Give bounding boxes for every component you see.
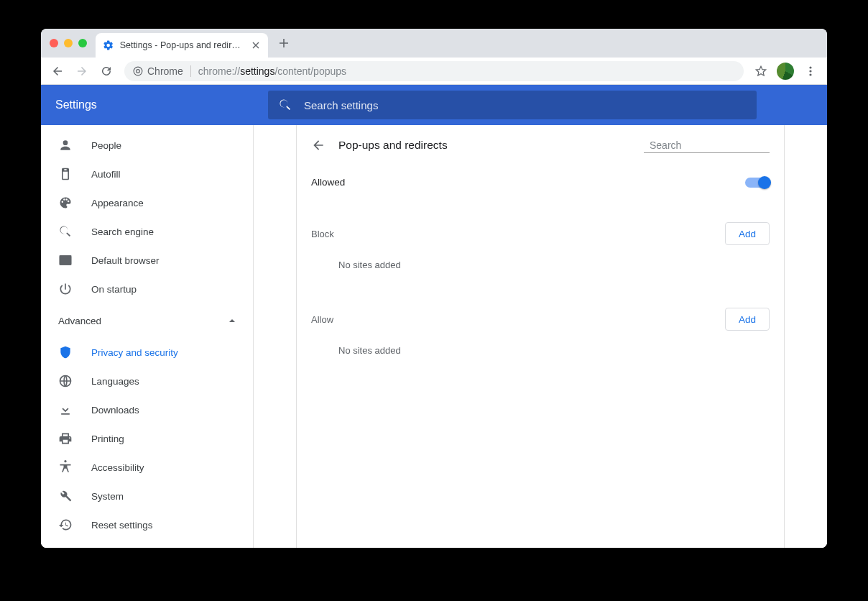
sidebar-section-label: Advanced [58,316,101,326]
content-search[interactable] [644,138,770,153]
print-icon [58,431,73,446]
sidebar-item-label: People [91,140,121,151]
sidebar-item-label: Reset settings [91,520,153,531]
svg-rect-6 [60,256,71,258]
chrome-icon [133,66,143,76]
shield-icon [58,345,73,359]
site-chip-label: Chrome [147,65,183,77]
content-title: Pop-ups and redirects [338,139,631,152]
wrench-icon [58,489,73,503]
allowed-toggle-row: Allowed [297,165,784,199]
site-chip: Chrome [133,65,191,77]
sidebar-item-label: Languages [91,376,139,387]
toggle-knob [758,176,771,189]
block-section-title: Block [311,229,334,239]
bookmark-button[interactable] [751,60,771,82]
sidebar-item-label: On startup [91,284,137,295]
nav-reload-button[interactable] [96,60,117,82]
svg-point-0 [134,67,142,75]
autofill-icon [58,167,73,181]
search-icon [58,224,73,239]
allowed-toggle[interactable] [745,178,770,188]
tab-strip: Settings - Pop-ups and redirects [41,29,827,58]
arrow-left-icon [311,138,326,152]
sidebar-item-label: Downloads [91,405,139,416]
content-header: Pop-ups and redirects [297,125,784,165]
plus-icon [279,38,289,48]
browser-icon [58,253,73,267]
close-icon [252,42,259,49]
sidebar-item-on-startup[interactable]: On startup [41,275,253,303]
sidebar-item-label: Search engine [91,226,154,237]
browser-tab[interactable]: Settings - Pop-ups and redirects [96,33,268,58]
sidebar-item-label: System [91,491,124,502]
settings-search-input[interactable] [304,99,747,111]
accessibility-icon [58,460,73,474]
svg-point-4 [809,73,811,75]
sidebar-item-search-engine[interactable]: Search engine [41,217,253,246]
reload-icon [100,65,113,78]
window-minimize-button[interactable] [64,39,73,47]
settings-header: Settings [41,85,827,125]
restore-icon [58,518,73,532]
block-section-header: Block Add [297,211,784,257]
browser-window: Settings - Pop-ups and redirects Chrome … [41,29,827,548]
allow-empty-message: No sites added [297,342,784,376]
sidebar-item-system[interactable]: System [41,482,253,510]
sidebar-item-label: Appearance [91,198,144,208]
sidebar-section-advanced[interactable]: Advanced [41,303,253,338]
star-icon [754,65,767,78]
window-controls [47,29,90,58]
sidebar-item-label: Autofill [91,169,121,180]
globe-icon [58,374,73,388]
window-close-button[interactable] [50,39,58,47]
sidebar-item-privacy-and-security[interactable]: Privacy and security [41,338,253,367]
nav-back-button[interactable] [47,60,68,82]
download-icon [58,403,73,417]
app-title: Settings [55,98,254,111]
power-icon [58,282,73,296]
sidebar-item-label: Printing [91,433,124,444]
omnibox-url: chrome://settings/content/popups [198,65,346,77]
allow-section-title: Allow [311,314,333,325]
omnibox[interactable]: Chrome chrome://settings/content/popups [124,61,744,81]
arrow-left-icon [51,65,64,78]
tab-title: Settings - Pop-ups and redirects [120,40,246,50]
sidebar-item-printing[interactable]: Printing [41,424,253,453]
sidebar-item-default-browser[interactable]: Default browser [41,246,253,275]
settings-sidebar: PeopleAutofillAppearanceSearch engineDef… [41,125,254,548]
tab-close-button[interactable] [251,40,261,50]
profile-avatar[interactable] [777,63,794,80]
sidebar-item-label: Accessibility [91,462,144,473]
kebab-icon [805,65,816,77]
block-add-button[interactable]: Add [725,222,770,245]
new-tab-button[interactable] [274,33,294,53]
svg-point-3 [809,70,811,72]
arrow-right-icon [75,65,88,78]
window-zoom-button[interactable] [78,39,87,47]
sidebar-item-autofill[interactable]: Autofill [41,160,253,188]
sidebar-item-appearance[interactable]: Appearance [41,188,253,217]
content-column: Pop-ups and redirects Allowed Block Add [254,125,827,548]
content-back-button[interactable] [311,138,326,152]
settings-search[interactable] [268,91,757,119]
block-empty-message: No sites added [297,257,784,290]
sidebar-item-languages[interactable]: Languages [41,367,253,395]
sidebar-item-accessibility[interactable]: Accessibility [41,453,253,482]
chevron-up-icon [228,317,236,324]
content-search-input[interactable] [650,139,775,151]
sidebar-item-downloads[interactable]: Downloads [41,395,253,424]
palette-icon [58,196,73,210]
content-frame: Pop-ups and redirects Allowed Block Add [296,125,785,548]
sidebar-item-people[interactable]: People [41,131,253,160]
allow-add-button[interactable]: Add [725,308,770,331]
browser-menu-button[interactable] [800,60,821,82]
svg-point-2 [809,66,811,68]
sidebar-item-reset-settings[interactable]: Reset settings [41,510,253,539]
nav-forward-button[interactable] [71,60,93,82]
page-body: PeopleAutofillAppearanceSearch engineDef… [41,125,827,548]
svg-point-1 [137,69,140,73]
person-icon [58,138,73,152]
search-icon [278,98,292,112]
browser-toolbar: Chrome chrome://settings/content/popups [41,58,827,85]
